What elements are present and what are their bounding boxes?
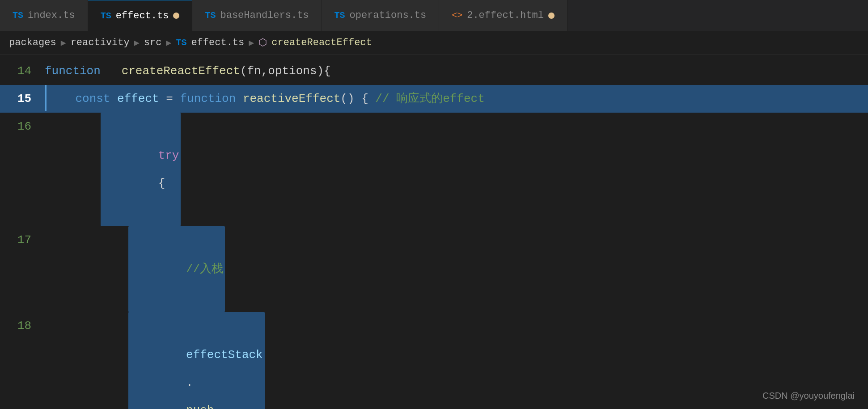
breadcrumb-reactivity: reactivity (71, 37, 130, 48)
breadcrumb-sep-1: ▶ (61, 37, 66, 48)
token: // 响应式的effect (368, 85, 485, 113)
code-line-16: 16 try { (0, 113, 868, 226)
ts-icon: TS (13, 10, 23, 21)
breadcrumb-ts-icon: TS (176, 38, 186, 48)
token: createReactEffect (122, 57, 240, 85)
line-content-16: try { (45, 113, 181, 226)
tab-effect[interactable]: TS effect.ts (88, 0, 193, 31)
token: push (186, 404, 214, 409)
watermark: CSDN @youyoufenglai (762, 391, 855, 401)
token: reactiveEffect (243, 85, 340, 113)
line-content-18: effectStack . push ( effect) (45, 312, 265, 409)
line-content-17: //入栈 (45, 226, 225, 312)
token: effect (110, 85, 159, 113)
token (47, 85, 75, 113)
code-line-18: 18 effectStack . push ( effect) (0, 312, 868, 409)
tab-operations-label: operations.ts (350, 10, 427, 21)
breadcrumb-func-icon-shape: ⬡ (258, 37, 267, 49)
ts-icon: TS (334, 10, 345, 21)
token (236, 85, 243, 113)
token: effectStack (186, 348, 263, 362)
token: () { (340, 85, 368, 113)
line-content-14: function createReactEffect (fn,options){ (45, 57, 331, 85)
breadcrumb-sep-2: ▶ (134, 37, 140, 48)
breadcrumb-sep-3: ▶ (166, 37, 171, 48)
breadcrumb: packages ▶ reactivity ▶ src ▶ TS effect.… (0, 31, 868, 55)
token: = (159, 85, 180, 113)
code-line-17: 17 //入栈 (0, 226, 868, 312)
token: . (186, 376, 193, 389)
breadcrumb-file: effect.ts (191, 37, 244, 48)
breadcrumb-src: src (144, 37, 162, 48)
token (45, 383, 128, 409)
ts-icon: TS (205, 10, 216, 21)
code-editor[interactable]: 14 function createReactEffect (fn,option… (0, 55, 868, 409)
line-number-14: 14 (0, 57, 45, 85)
line-number-15: 15 (0, 85, 45, 113)
tab-index[interactable]: TS index.ts (0, 0, 88, 31)
breadcrumb-function: createReactEffect (271, 37, 372, 48)
tab-bar: TS index.ts TS effect.ts TS baseHandlers… (0, 0, 868, 31)
tab-effect-label: effect.ts (116, 10, 169, 21)
sel-block: effectStack . push ( effect) (128, 312, 264, 409)
token: (fn,options){ (240, 57, 331, 85)
sel-block: try { (101, 113, 181, 226)
sel-block: //入栈 (128, 226, 225, 312)
token (45, 156, 101, 183)
token: //入栈 (186, 262, 223, 276)
code-line-15: 15 const effect = function reactiveEffec… (0, 85, 868, 113)
token: function (180, 85, 236, 113)
token: function (45, 57, 101, 85)
token: try (158, 149, 179, 162)
breadcrumb-packages: packages (9, 37, 56, 48)
tab-index-label: index.ts (28, 10, 75, 21)
cursor-bar (45, 85, 47, 111)
line-content-15: const effect = function reactiveEffect (… (47, 85, 868, 113)
tab-operations[interactable]: TS operations.ts (322, 0, 440, 31)
tab-2effect[interactable]: <> 2.effect.html (439, 0, 567, 31)
token: const (75, 85, 110, 113)
modified-dot-2 (548, 13, 555, 19)
token (101, 57, 122, 85)
line-number-16: 16 (0, 113, 45, 140)
modified-dot (173, 13, 179, 19)
token: { (158, 177, 165, 190)
ts-icon: TS (101, 11, 111, 21)
html-icon: <> (452, 10, 462, 21)
tab-2effect-label: 2.effect.html (467, 10, 544, 21)
tab-basehandlers-label: baseHandlers.ts (220, 10, 309, 21)
line-number-17: 17 (0, 226, 45, 254)
tab-basehandlers[interactable]: TS baseHandlers.ts (192, 0, 322, 31)
breadcrumb-sep-4: ▶ (249, 37, 254, 48)
line-number-18: 18 (0, 312, 45, 340)
token (45, 255, 128, 283)
code-line-14: 14 function createReactEffect (fn,option… (0, 57, 868, 85)
